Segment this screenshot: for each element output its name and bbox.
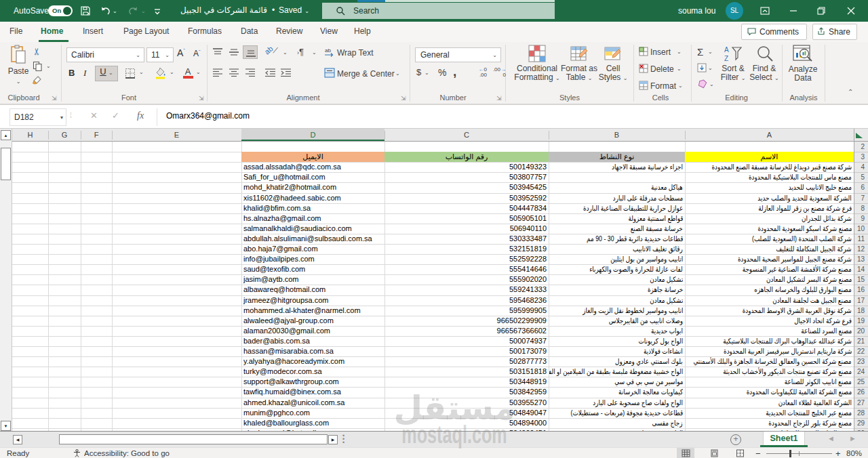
column-header-B[interactable]: B xyxy=(549,129,685,141)
cell-email-18[interactable]: mohammed.al-khater@narmel.com xyxy=(243,306,383,316)
autosave-toggle[interactable]: On xyxy=(48,5,73,16)
cell-phone-26[interactable]: 503842959 xyxy=(387,387,547,397)
fill-icon[interactable] xyxy=(697,63,707,72)
header-cell-name[interactable]: الاسم xyxy=(685,152,854,162)
page-layout-view-button[interactable] xyxy=(705,448,723,458)
cell-email-28[interactable]: munim@pghco.com xyxy=(243,408,383,418)
cell-email-27[interactable]: ahmed.khazal@unicoil.com.sa xyxy=(243,398,383,408)
insert-cells-icon[interactable] xyxy=(639,47,648,56)
scrollbar-splitter[interactable]: ••• xyxy=(342,434,344,444)
cell-activity-6[interactable]: هياكل معدنية xyxy=(549,182,683,192)
cell-name-13[interactable]: شركة مصنع الجبيل للمواسير الصحية المحدود… xyxy=(686,254,852,264)
cell-name-27[interactable]: الشركة العالمية لطلاء المعادن xyxy=(686,398,852,408)
save-icon[interactable] xyxy=(79,4,92,18)
cell-phone-10[interactable]: 506940110 xyxy=(387,224,547,234)
font-name-combo[interactable]: Calibri⌄ xyxy=(66,47,144,62)
top-align-icon[interactable] xyxy=(212,47,223,57)
document-title[interactable]: قائمة الشركات في الجبيل•Saved⌄ xyxy=(180,5,309,15)
cell-email-10[interactable]: salmanalkhaldi@saudiacico.com xyxy=(243,224,383,234)
cell-email-15[interactable]: jasim@aytb.com xyxy=(243,274,383,285)
vertical-scrollbar-thumb[interactable] xyxy=(1,148,11,180)
font-color-icon[interactable]: A xyxy=(183,66,193,79)
increase-indent-icon[interactable] xyxy=(280,68,292,77)
cell-activity-20[interactable]: ابواب حديدية xyxy=(549,326,683,336)
bottom-align-icon[interactable] xyxy=(243,45,258,59)
user-name[interactable]: souma lou xyxy=(678,6,715,16)
cell-activity-11[interactable]: قطاعات حديدية دائرية قطر 30 - 90 مم xyxy=(549,234,683,244)
borders-dropdown-icon[interactable]: ⌄ xyxy=(139,69,144,75)
cell-phone-23[interactable]: 502877773 xyxy=(387,356,547,367)
column-header-H[interactable]: H xyxy=(12,129,48,141)
share-button[interactable]: Share xyxy=(812,24,857,40)
cell-activity-9[interactable]: قواطع اسمنتية معزولة xyxy=(549,213,683,224)
ribbon-tab-home[interactable]: Home xyxy=(41,26,63,36)
cell-name-7[interactable]: الشركة السعودية للحديد والصلب حديد xyxy=(686,193,852,203)
customize-quick-access-icon[interactable] xyxy=(151,4,164,18)
cell-email-13[interactable]: info@jubailpipes.com xyxy=(243,254,383,264)
copy-dropdown-icon[interactable]: ⌄ xyxy=(46,63,51,69)
cell-name-25[interactable]: مصنع اتابيب الكوثر للصناعة xyxy=(686,377,852,387)
format-painter-icon[interactable] xyxy=(32,75,43,86)
cell-activity-25[interactable]: مواسير من سي بي في سي xyxy=(549,377,683,387)
row-header-13[interactable]: 13 xyxy=(857,254,865,264)
text-direction-icon[interactable]: ›¶ xyxy=(297,47,304,57)
cell-email-26[interactable]: tawfiq.humaid@binex.com.sa xyxy=(243,387,383,397)
align-left-icon[interactable] xyxy=(212,68,223,77)
comments-button[interactable]: Comments xyxy=(741,24,807,40)
zoom-slider-thumb[interactable] xyxy=(789,450,791,457)
header-cell-email[interactable]: الايميل xyxy=(241,152,384,162)
cell-email-19[interactable]: alwaleed@ajyal-group.com xyxy=(243,316,383,326)
row-header-25[interactable]: 25 xyxy=(857,377,865,387)
cell-name-16[interactable]: مصنع البوارق للبلوك والخرسانه الجاهزه xyxy=(686,285,852,295)
cut-icon[interactable]: ✂ xyxy=(31,47,42,56)
cell-name-26[interactable]: مصنع الشركة العالمية للكيماويات المحدودة xyxy=(686,387,852,397)
row-header-29[interactable]: 29 xyxy=(857,418,865,428)
collapse-ribbon-icon[interactable]: ⌃ xyxy=(848,88,853,96)
fill-color-icon[interactable] xyxy=(155,66,167,79)
ribbon-tab-file[interactable]: File xyxy=(9,26,22,36)
cell-activity-7[interactable]: مسطحات مدرفلة على البارد xyxy=(549,193,683,203)
clipboard-dialog-launcher[interactable]: ⇲ xyxy=(52,95,58,102)
cell-phone-25[interactable]: 503448919 xyxy=(387,377,547,387)
prev-sheet-icon[interactable]: ◄ xyxy=(827,434,835,442)
cell-phone-12[interactable]: 532151819 xyxy=(387,244,547,254)
number-dialog-launcher[interactable]: ⇲ xyxy=(496,95,503,102)
cell-email-25[interactable]: support@alkawthrgroup.com xyxy=(243,377,383,387)
cell-email-9[interactable]: hs.alnazha@gmail.com xyxy=(243,213,383,224)
row-header-20[interactable]: 20 xyxy=(857,326,865,336)
accounting-dropdown-icon[interactable]: ⌄ xyxy=(425,70,429,76)
sort-filter-button[interactable]: AZ Sort & Filter ⌄ xyxy=(717,45,749,83)
cell-phone-7[interactable]: 503952592 xyxy=(387,193,547,203)
cell-activity-27[interactable]: الواح ولفات صاج مسحوبة على البارد xyxy=(549,398,683,408)
cancel-icon[interactable]: ✕ xyxy=(90,110,98,121)
cell-activity-12[interactable]: رقائق تغليف الاتابيب xyxy=(549,244,683,254)
merge-center-label[interactable]: Merge & Center xyxy=(337,69,395,79)
redo-dropdown-icon[interactable]: ⌄ xyxy=(141,8,146,14)
enter-icon[interactable]: ✓ xyxy=(112,110,119,121)
column-header-A[interactable]: A xyxy=(685,129,854,141)
cell-phone-17[interactable]: 595468236 xyxy=(387,295,547,306)
page-break-view-button[interactable] xyxy=(731,448,749,458)
sheet-grid[interactable]: الايميلرقم الواتسابنوع النشاطالاسمassad.… xyxy=(12,142,854,432)
merge-center-icon[interactable] xyxy=(324,68,335,78)
ribbon-tab-help[interactable]: Help xyxy=(354,26,371,36)
horizontal-scrollbar-thumb[interactable] xyxy=(59,434,328,444)
zoom-out-icon[interactable]: − xyxy=(755,449,761,458)
cell-name-24[interactable]: مصنع شركة تصنيع منتجات الديكور والأخشاب … xyxy=(686,367,852,377)
row-header-9[interactable]: 9 xyxy=(861,213,865,224)
formula-input[interactable]: Omarx364@gmail.com xyxy=(166,111,250,121)
merge-center-dropdown-icon[interactable]: ⌄ xyxy=(395,70,400,77)
row-header-22[interactable]: 22 xyxy=(857,346,865,356)
row-header-11[interactable]: 11 xyxy=(858,234,865,244)
middle-align-icon[interactable] xyxy=(229,47,239,57)
cell-name-23[interactable]: مصنع شركة الحسين والعفالق للخرسانة الجاه… xyxy=(686,356,852,367)
column-header-D[interactable]: D xyxy=(241,129,384,141)
row-header-14[interactable]: 14 xyxy=(857,264,865,274)
underline-button[interactable]: U ⌄ xyxy=(95,66,118,81)
undo-dropdown-icon[interactable]: ⌄ xyxy=(113,8,117,14)
restore-button[interactable] xyxy=(814,4,828,18)
cell-activity-10[interactable]: خرسانة مسبقة الصنع xyxy=(549,224,683,234)
cell-email-11[interactable]: abdullah.alsulimani@sulbsaudi.com.sa xyxy=(243,234,383,244)
cell-name-28[interactable]: مصنع عبر الخليج للمنتجات الحديدية xyxy=(686,408,852,418)
row-header-15[interactable]: 15 xyxy=(857,274,865,285)
